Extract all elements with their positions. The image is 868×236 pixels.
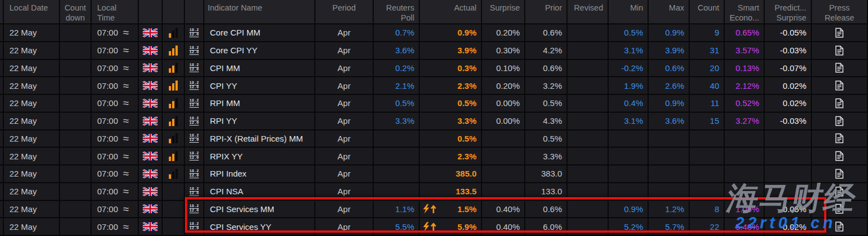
col-header-reuters-poll[interactable]: ReutersPoll: [374, 0, 420, 23]
table-row[interactable]: 22 May07:00≈18.212.0Core CPI MMApr0.7%0.…: [0, 24, 868, 42]
numbers-icon[interactable]: 18.212.0: [189, 63, 199, 72]
press-release-icon[interactable]: [835, 81, 844, 91]
bar-chart-icon[interactable]: [169, 133, 178, 143]
row-edge: [0, 201, 4, 218]
cell-actual: 3.3%: [420, 113, 482, 129]
cell-revised: [568, 95, 609, 112]
cell-max: 3.9%: [649, 42, 690, 59]
cell-count: 11: [690, 95, 725, 112]
press-release-icon[interactable]: [835, 98, 844, 108]
cell-numbers: 18.212.0: [185, 183, 204, 200]
col-header-label: Press: [829, 3, 850, 13]
press-release-icon[interactable]: [835, 133, 844, 143]
col-header-smart-economics[interactable]: SmartEcono...: [725, 0, 765, 23]
numbers-icon[interactable]: 18.212.0: [189, 46, 199, 55]
cell-country-flag: [139, 201, 163, 218]
cell-actual: 133.5: [420, 183, 482, 200]
press-release-icon[interactable]: [835, 204, 844, 214]
table-row[interactable]: 22 May07:00≈18.212.0RPI MMApr0.5%0.5%0.0…: [0, 95, 868, 113]
bar-chart-icon[interactable]: [169, 81, 178, 91]
col-header-local-date[interactable]: Local Date: [4, 0, 60, 23]
bar-chart-icon[interactable]: [169, 63, 178, 73]
cell-reuters-poll: [374, 130, 420, 147]
cell-min: [609, 130, 649, 147]
cell-surprise: [482, 148, 525, 164]
numbers-icon[interactable]: 18.212.0: [189, 99, 199, 108]
numbers-icon[interactable]: 18.212.0: [189, 28, 199, 37]
col-header-related-data: [163, 0, 185, 23]
numbers-icon[interactable]: 18.212.0: [189, 81, 199, 90]
bar-chart-icon[interactable]: [169, 28, 178, 38]
col-header-local-time[interactable]: LocalTime: [92, 0, 139, 23]
table-row[interactable]: 22 May07:00≈18.212.0RPIX YYApr2.3%3.3%: [0, 148, 868, 165]
press-release-icon[interactable]: [835, 222, 844, 232]
table-row[interactable]: 22 May07:00≈18.212.0CPI Services MMApr1.…: [0, 201, 868, 219]
col-header-min[interactable]: Min: [609, 0, 649, 23]
cell-press-release: [812, 218, 868, 235]
table-row[interactable]: 22 May07:00≈18.212.0Core CPI YYApr3.6%3.…: [0, 42, 868, 60]
bar-chart-icon[interactable]: [169, 169, 178, 179]
cell-numbers: 18.212.0: [185, 218, 204, 235]
cell-indicator-name: CPI NSA: [204, 183, 315, 200]
bar-chart-icon[interactable]: [169, 46, 178, 56]
cell-press-release: [812, 24, 868, 41]
cell-surprise: 0.30%: [482, 42, 525, 59]
press-release-icon[interactable]: [835, 28, 844, 38]
cell-country-flag: [139, 130, 163, 147]
cell-reuters-poll: 0.5%: [374, 95, 420, 112]
time-text: 07:00: [97, 81, 118, 91]
table-row[interactable]: 22 May07:00≈18.212.0CPI MMApr0.2%0.3%0.1…: [0, 60, 868, 78]
cell-press-release: [812, 60, 868, 77]
numbers-icon[interactable]: 18.212.0: [189, 169, 199, 178]
cell-period: Apr: [315, 42, 374, 59]
numbers-icon[interactable]: 18.212.0: [189, 152, 199, 160]
col-header-count[interactable]: Count: [690, 0, 725, 23]
numbers-icon[interactable]: 18.212.0: [189, 117, 199, 125]
table-row[interactable]: 22 May07:00≈18.212.0RPI-X (Retail Prices…: [0, 130, 868, 148]
col-header-countdown[interactable]: Countdown: [60, 0, 92, 23]
cell-smart-economics: 0.65%: [725, 24, 765, 41]
col-header-surprise[interactable]: Surprise: [482, 0, 525, 23]
bar-chart-icon[interactable]: [169, 151, 178, 161]
table-row[interactable]: 22 May07:00≈18.212.0CPI YYApr2.1%2.3%0.2…: [0, 77, 868, 95]
table-row[interactable]: 22 May07:00≈18.212.0CPI NSAApr133.5133.0: [0, 183, 868, 201]
numbers-icon[interactable]: 18.212.0: [189, 187, 199, 196]
col-header-actual[interactable]: Actual: [420, 0, 482, 23]
col-header-period[interactable]: Period: [315, 0, 374, 23]
cell-local-date: 22 May: [4, 24, 60, 41]
col-header-revised[interactable]: Revised: [568, 0, 609, 23]
numbers-icon[interactable]: 18.212.0: [189, 222, 199, 231]
numbers-icon[interactable]: 18.212.0: [189, 204, 199, 213]
press-release-icon[interactable]: [835, 116, 844, 126]
press-release-icon[interactable]: [835, 46, 844, 56]
cell-revised: [568, 130, 609, 147]
header-edge: [0, 0, 4, 23]
cell-period: Apr: [315, 77, 374, 94]
col-header-indicator-name[interactable]: Indicator Name: [204, 0, 315, 23]
cell-actual: 0.5%: [420, 95, 482, 112]
press-release-icon[interactable]: [835, 169, 844, 179]
col-header-label: Surprise: [490, 3, 520, 13]
col-header-max[interactable]: Max: [649, 0, 690, 23]
bar-chart-icon[interactable]: [169, 116, 178, 126]
cell-related-data: [163, 218, 185, 235]
numbers-icon[interactable]: 18.212.0: [189, 134, 199, 143]
col-header-press-release[interactable]: PressRelease: [812, 0, 868, 23]
cell-actual: 2.3%: [420, 148, 482, 164]
table-row[interactable]: 22 May07:00≈18.212.0RPI IndexApr385.0383…: [0, 165, 868, 183]
table-row[interactable]: 22 May07:00≈18.212.0RPI YYApr3.3%3.3%0.0…: [0, 113, 868, 130]
press-release-icon[interactable]: [835, 151, 844, 161]
cell-indicator-name: RPI-X (Retail Prices) MM: [204, 130, 315, 147]
press-release-icon[interactable]: [835, 187, 844, 197]
press-release-icon[interactable]: [835, 63, 844, 73]
table-row[interactable]: 22 May07:00≈18.212.0CPI Services YYApr5.…: [0, 218, 868, 236]
cell-actual: 2.3%: [420, 77, 482, 94]
cell-max: 2.6%: [649, 77, 690, 94]
bar-chart-icon[interactable]: [169, 98, 178, 108]
col-header-prior[interactable]: Prior: [525, 0, 568, 23]
approx-icon: ≈: [123, 81, 129, 91]
cell-countdown: [60, 24, 92, 41]
cell-local-time: 07:00≈: [92, 218, 139, 235]
col-header-prediction-surprise[interactable]: Predict...Surprise: [765, 0, 812, 23]
col-header-label: Econo...: [730, 13, 759, 23]
